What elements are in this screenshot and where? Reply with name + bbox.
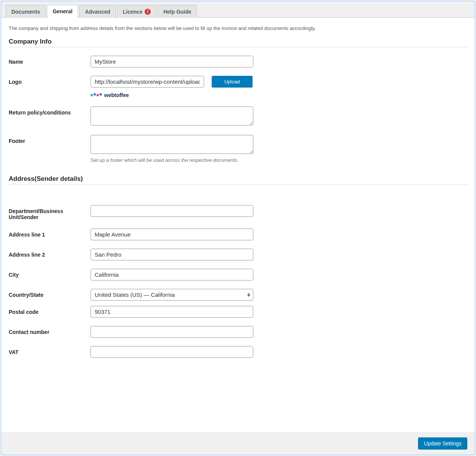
department-field[interactable] (91, 205, 253, 217)
postal-field[interactable] (91, 306, 253, 318)
logo-preview-text: webtoffee (104, 92, 129, 98)
logo-field[interactable] (91, 76, 204, 88)
department-label: Department/Business Unit/Sender (9, 205, 91, 220)
tab-documents[interactable]: Documents (6, 5, 46, 18)
country-select[interactable]: United States (US) — California (91, 289, 253, 301)
footer-bar: Update Settings (1, 432, 475, 455)
vat-field[interactable] (91, 346, 253, 358)
section-address-title: Address(Sender details) (9, 175, 467, 185)
name-label: Name (9, 56, 91, 65)
contact-field[interactable] (91, 326, 253, 338)
update-settings-button[interactable]: Update Settings (418, 437, 467, 450)
addr2-field[interactable] (91, 249, 253, 260)
return-policy-label: Return policy/conditions (9, 107, 91, 116)
upload-button[interactable]: Upload (212, 76, 253, 88)
alert-icon: ! (145, 9, 151, 15)
section-company-title: Company Info (9, 38, 467, 47)
logo-label: Logo (9, 76, 91, 85)
footer-label: Footer (9, 135, 91, 144)
name-field[interactable] (91, 56, 253, 67)
addr1-field[interactable] (91, 229, 253, 240)
city-field[interactable] (91, 269, 253, 280)
return-policy-field[interactable] (91, 107, 253, 125)
postal-label: Postal code (9, 306, 91, 315)
contact-label: Contact number (9, 326, 91, 335)
footer-help: Set up a footer which will be used acros… (91, 157, 253, 163)
tab-help-guide[interactable]: Help Guide (158, 5, 197, 18)
addr2-label: Address line 2 (9, 249, 91, 258)
country-label: Country/State (9, 289, 91, 298)
tab-licence[interactable]: Licence ! (117, 5, 156, 18)
intro-text: The company and shipping from address de… (9, 25, 467, 31)
footer-field[interactable] (91, 135, 253, 154)
logo-preview: webtoffee (91, 92, 253, 98)
tab-advanced[interactable]: Advanced (79, 5, 116, 18)
tabs-bar: Documents General Advanced Licence ! Hel… (1, 1, 475, 18)
addr1-label: Address line 1 (9, 229, 91, 238)
city-label: City (9, 269, 91, 278)
tab-general[interactable]: General (47, 5, 78, 18)
vat-label: VAT (9, 346, 91, 355)
